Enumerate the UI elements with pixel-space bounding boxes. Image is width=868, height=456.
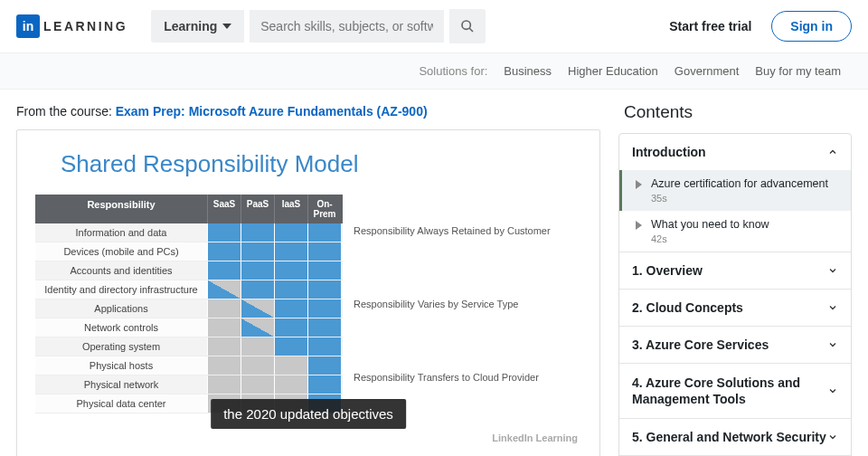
- watermark: LinkedIn Learning: [492, 432, 578, 443]
- section-head[interactable]: 4. Azure Core Solutions and Management T…: [619, 364, 851, 418]
- subnav-business[interactable]: Business: [504, 64, 552, 78]
- section-overview: 1. Overview: [619, 252, 851, 290]
- section-title: 4. Azure Core Solutions and Management T…: [632, 375, 813, 407]
- chevron-down-icon: [827, 432, 838, 442]
- section-title: 1. Overview: [632, 263, 703, 278]
- th-onprem: On-Prem: [307, 195, 341, 223]
- learning-dropdown[interactable]: Learning: [151, 10, 244, 43]
- breadcrumb: From the course: Exam Prep: Microsoft Az…: [16, 104, 600, 119]
- lesson-item[interactable]: Azure certification for advancement 35s: [619, 170, 851, 211]
- contents-sidebar: Contents Introduction Azure certificatio…: [618, 99, 852, 456]
- lesson-title: What you need to know: [651, 218, 769, 231]
- lesson-duration: 42s: [651, 233, 769, 244]
- note-customer: Responsibility Always Retained by Custom…: [354, 225, 581, 236]
- table-header: Responsibility SaaS PaaS IaaS On-Prem: [35, 195, 343, 223]
- table-row: Information and data: [35, 223, 343, 242]
- table-row: Physical network: [35, 375, 343, 394]
- table-row: Network controls: [35, 318, 343, 337]
- lesson-item[interactable]: What you need to know 42s: [619, 211, 851, 252]
- section-title: 2. Cloud Concepts: [632, 300, 743, 315]
- table-row: Physical hosts: [35, 356, 343, 375]
- search-icon: [460, 19, 475, 33]
- th-paas: PaaS: [241, 195, 274, 223]
- table-notes: Responsibility Always Retained by Custom…: [343, 195, 581, 413]
- th-iaas: IaaS: [274, 195, 307, 223]
- left-column: From the course: Exam Prep: Microsoft Az…: [16, 99, 600, 456]
- subnav-higher-ed[interactable]: Higher Education: [568, 64, 658, 78]
- section-title: 3. Azure Core Services: [632, 337, 769, 352]
- from-course-prefix: From the course:: [16, 104, 116, 119]
- svg-point-0: [462, 21, 470, 29]
- note-varies: Responsibility Varies by Service Type: [354, 299, 581, 309]
- solutions-subnav: Solutions for: Business Higher Education…: [0, 52, 868, 90]
- logo[interactable]: in LEARNING: [16, 14, 127, 38]
- note-provider: Responsibility Transfers to Cloud Provid…: [354, 372, 581, 383]
- section-core-solutions: 4. Azure Core Solutions and Management T…: [619, 364, 851, 419]
- section-introduction: Introduction Azure certification for adv…: [619, 134, 851, 252]
- subnav-buy-team[interactable]: Buy for my team: [755, 64, 841, 78]
- chevron-down-icon: [827, 385, 838, 396]
- chevron-down-icon: [827, 302, 838, 313]
- table-row: Devices (mobile and PCs): [35, 242, 343, 261]
- section-core-services: 3. Azure Core Services: [619, 327, 851, 364]
- course-link[interactable]: Exam Prep: Microsoft Azure Fundamentals …: [116, 104, 428, 119]
- table-row: Applications: [35, 299, 343, 318]
- chevron-up-icon: [827, 147, 838, 157]
- play-icon: [636, 221, 642, 230]
- chevron-down-icon: [222, 24, 231, 29]
- section-head[interactable]: 5. General and Network Security: [619, 419, 851, 455]
- section-title: 5. General and Network Security: [632, 430, 826, 444]
- start-trial-link[interactable]: Start free trial: [669, 19, 751, 33]
- main-content: From the course: Exam Prep: Microsoft Az…: [0, 90, 868, 456]
- lesson-title: Azure certification for advancement: [651, 177, 828, 190]
- search-button[interactable]: [449, 9, 486, 43]
- section-head[interactable]: 2. Cloud Concepts: [619, 290, 851, 326]
- search-input[interactable]: [250, 10, 444, 43]
- video-player[interactable]: Shared Responsibility Model Responsibili…: [16, 129, 600, 456]
- section-head[interactable]: 1. Overview: [619, 252, 851, 289]
- table-row: Identity and directory infrastructure: [35, 280, 343, 299]
- subnav-government[interactable]: Government: [675, 64, 740, 78]
- section-head[interactable]: 3. Azure Core Services: [619, 327, 851, 363]
- learning-label: LEARNING: [43, 19, 127, 33]
- section-title: Introduction: [632, 145, 706, 159]
- signin-button[interactable]: Sign in: [771, 11, 852, 42]
- responsibility-table: Responsibility SaaS PaaS IaaS On-Prem In…: [35, 195, 581, 413]
- chevron-down-icon: [827, 339, 838, 350]
- table-row: Accounts and identities: [35, 261, 343, 280]
- table-row: Operating system: [35, 337, 343, 356]
- learning-dropdown-label: Learning: [164, 19, 217, 33]
- main-header: in LEARNING Learning Start free trial Si…: [0, 0, 868, 52]
- contents-list: Introduction Azure certification for adv…: [618, 133, 852, 456]
- section-head-introduction[interactable]: Introduction: [619, 134, 851, 170]
- contents-title: Contents: [624, 102, 852, 122]
- svg-line-1: [469, 28, 473, 32]
- slide-title: Shared Responsibility Model: [61, 150, 581, 178]
- th-responsibility: Responsibility: [35, 195, 207, 223]
- th-saas: SaaS: [207, 195, 241, 223]
- lesson-duration: 35s: [651, 193, 828, 204]
- section-cloud-concepts: 2. Cloud Concepts: [619, 290, 851, 327]
- video-caption: the 2020 updated objectives: [211, 399, 406, 429]
- section-security: 5. General and Network Security: [619, 419, 851, 456]
- play-icon: [636, 180, 642, 189]
- subnav-label: Solutions for:: [419, 64, 487, 78]
- chevron-down-icon: [827, 265, 838, 276]
- linkedin-icon: in: [16, 14, 40, 38]
